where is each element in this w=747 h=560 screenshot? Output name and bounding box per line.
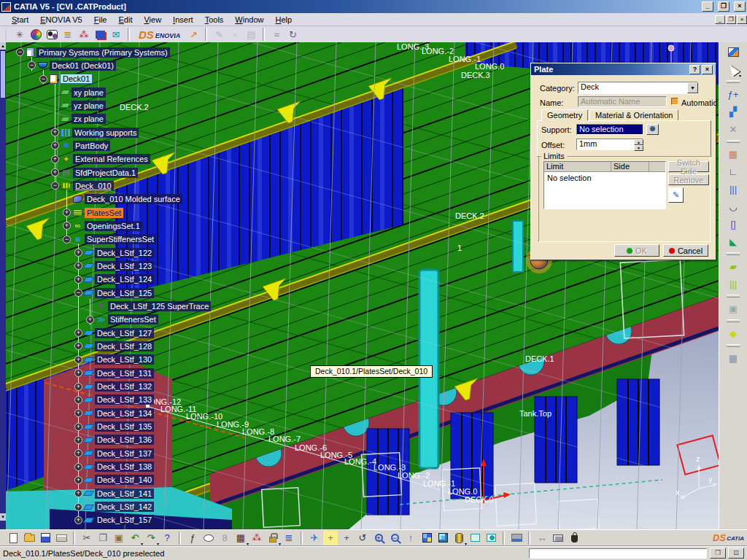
copy-icon[interactable]: ❐ xyxy=(96,531,110,545)
render-style-icon[interactable] xyxy=(726,44,740,60)
normal-view-icon[interactable]: ↑ xyxy=(403,531,418,545)
category-dropdown-arrow-icon[interactable]: ▼ xyxy=(687,82,698,93)
menu-edit[interactable]: Edit xyxy=(112,14,138,26)
tree-item-label[interactable]: SfdProjectData.1 xyxy=(73,168,138,178)
tree-item-label[interactable]: Deck_LStf_124 xyxy=(95,274,154,284)
tree-item-deck-lstf-138[interactable]: +Deck_LStf_138 xyxy=(74,462,154,472)
tree-expand-plus-icon[interactable]: + xyxy=(74,449,82,457)
dialog-help-icon[interactable]: ? xyxy=(689,65,700,74)
automatic-checkbox[interactable] xyxy=(671,98,678,105)
package-icon[interactable] xyxy=(93,27,107,42)
status-panel-button-2[interactable]: ⊡ xyxy=(728,548,744,559)
person-icon[interactable]: 8 xyxy=(217,531,232,545)
limits-table[interactable]: Limit Side No selection xyxy=(543,161,666,209)
scroll-down-icon[interactable]: ▼ xyxy=(0,513,6,521)
tree-expand-plus-icon[interactable]: + xyxy=(74,356,82,364)
tree-item-label[interactable]: Deck_LStf_132 xyxy=(95,381,154,392)
tree-item-deck-lstf-123[interactable]: +Deck_LStf_123 xyxy=(74,260,154,271)
tree-item-label[interactable]: Deck01 (Deck01) xyxy=(50,61,116,71)
tree-item-deck-lstf-132[interactable]: +Deck_LStf_132 xyxy=(74,381,154,392)
grid-project-icon[interactable]: ▦ xyxy=(726,350,740,366)
tree-item-yz-plane[interactable]: +yz plane xyxy=(51,100,106,111)
network-nodes-icon[interactable]: ⁂ xyxy=(77,27,91,42)
animal-icon[interactable] xyxy=(44,27,59,42)
bend-icon[interactable]: ∟ xyxy=(726,163,740,179)
dropdown-caret-icon[interactable]: ▾ xyxy=(739,73,741,78)
undo-icon[interactable]: ↶▾ xyxy=(128,531,142,545)
transfer-arrow-icon[interactable]: ↗ xyxy=(186,27,201,42)
limits-table-row[interactable]: No selection xyxy=(544,172,665,184)
color-wheel-icon[interactable] xyxy=(28,27,43,42)
doc-minimize-icon[interactable]: _ xyxy=(715,15,725,24)
tree-item-deck-lstf-122[interactable]: +Deck_LStf_122 xyxy=(74,247,154,258)
offset-spinner[interactable]: ▲ ▼ xyxy=(634,139,643,149)
frame-faded-icon[interactable]: ▫ xyxy=(228,27,242,42)
plate-dialog-titlebar[interactable]: Plate ? × xyxy=(531,63,716,75)
view-mode2-icon[interactable] xyxy=(484,531,498,545)
mail-icon[interactable]: ✉ xyxy=(109,27,123,42)
endcut-icon[interactable]: ✕ xyxy=(726,121,740,137)
tree-item-label[interactable]: SuperStiffenersSet xyxy=(85,234,156,244)
set-pillar-icon[interactable]: ||| xyxy=(726,276,740,292)
tree-item-xy-plane[interactable]: +xy plane xyxy=(51,87,106,98)
zoom-in-icon[interactable]: + xyxy=(371,531,386,545)
tree-expand-plus-icon[interactable]: + xyxy=(74,249,82,257)
tree-item-label[interactable]: StiffenersSet xyxy=(108,314,158,324)
tree-expand-plus-icon[interactable]: + xyxy=(74,276,82,284)
sketch-faded-icon[interactable]: ✎ xyxy=(212,27,226,42)
tree-item-deck-lstf-140[interactable]: +Deck_LStf_140 xyxy=(74,475,154,486)
tree-item-deck-lstf-136[interactable]: +Deck_LStf_136 xyxy=(74,435,154,446)
sun-icon[interactable]: ✳ xyxy=(12,27,27,42)
tree-item-label[interactable]: Deck_LStf_138 xyxy=(95,462,154,472)
fit-all-icon[interactable]: + xyxy=(323,531,338,545)
tree-expand-plus-icon[interactable]: + xyxy=(51,141,59,149)
set-plate-icon[interactable]: ▰ xyxy=(726,258,740,274)
dialog-close-icon[interactable]: × xyxy=(702,65,713,74)
restore-icon[interactable]: ❐ xyxy=(718,1,729,12)
swoosh-icon[interactable]: ≈ xyxy=(269,27,284,42)
pillar-small[interactable] xyxy=(513,221,523,272)
rotate-icon[interactable]: ↺ xyxy=(355,531,370,545)
tree-expand-plus-icon[interactable]: + xyxy=(74,409,82,417)
measure-between-icon[interactable]: ↔ xyxy=(535,531,549,545)
zoom-out-icon[interactable]: − xyxy=(387,531,402,545)
doc-restore-icon[interactable]: ❐ xyxy=(726,15,736,24)
tree-expand-plus-icon[interactable]: + xyxy=(74,383,82,391)
tree-expand-plus-icon[interactable]: + xyxy=(74,489,82,497)
status-panel-button-1[interactable]: ❐ xyxy=(710,548,726,559)
tree-item-label[interactable]: PlatesSet xyxy=(85,208,123,218)
tree-expand-plus-icon[interactable]: + xyxy=(74,262,82,270)
tree-item-deck-lstf-135[interactable]: +Deck_LStf_135 xyxy=(74,421,154,432)
tree-item-label[interactable]: Deck_LStf_130 xyxy=(95,354,154,365)
tree-expand-minus-icon[interactable]: − xyxy=(74,289,82,297)
structure-icon[interactable]: ⁂ xyxy=(249,531,264,545)
tree-expand-plus-icon[interactable]: + xyxy=(74,476,82,484)
open-icon[interactable] xyxy=(22,531,36,545)
tree-item-zx-plane[interactable]: +zx plane xyxy=(51,114,106,125)
new-icon[interactable] xyxy=(6,531,20,545)
close-icon[interactable]: × xyxy=(734,1,746,12)
plot-icon[interactable] xyxy=(509,531,524,545)
tree-item-label[interactable]: Deck_LStf_137 xyxy=(95,448,154,459)
tree-expand-plus-icon[interactable]: + xyxy=(51,128,59,136)
annotation-icon[interactable] xyxy=(201,531,216,545)
tree-item-openingsset-1[interactable]: +∞OpeningsSet.1 xyxy=(63,220,142,231)
tree-item-label[interactable]: Deck_LStf_128 xyxy=(95,341,154,351)
boxes-icon[interactable]: ▣ xyxy=(726,300,740,316)
title-bar[interactable]: CATIA V5 - [CVI .CATProduct] _ ❐ × xyxy=(0,0,747,13)
multi-view-icon[interactable] xyxy=(419,531,434,545)
tree-item-label[interactable]: Deck_010 xyxy=(73,181,114,191)
tree-item-label[interactable]: Deck_LStf_140 xyxy=(95,475,154,485)
tree-item-deck-lstf-137[interactable]: +Deck_LStf_137 xyxy=(74,448,154,459)
whats-this-icon[interactable]: ? xyxy=(160,531,174,545)
redo-icon[interactable]: ↷▾ xyxy=(144,531,158,545)
tree-expand-plus-icon[interactable]: + xyxy=(74,342,82,350)
formula-icon[interactable]: ƒ xyxy=(185,531,200,545)
tree-overview-scrollbar[interactable]: ▲ ▼ xyxy=(0,42,6,529)
cut-icon[interactable]: ✂ xyxy=(80,531,94,545)
tree-item-label[interactable]: OpeningsSet.1 xyxy=(85,221,142,231)
lock-icon[interactable]: ▾ xyxy=(266,531,280,545)
plate-create-icon[interactable]: ƒ+ xyxy=(726,86,740,102)
table-faded-icon[interactable]: ▤ xyxy=(244,27,258,42)
tree-item-label[interactable]: yz plane xyxy=(71,101,106,111)
